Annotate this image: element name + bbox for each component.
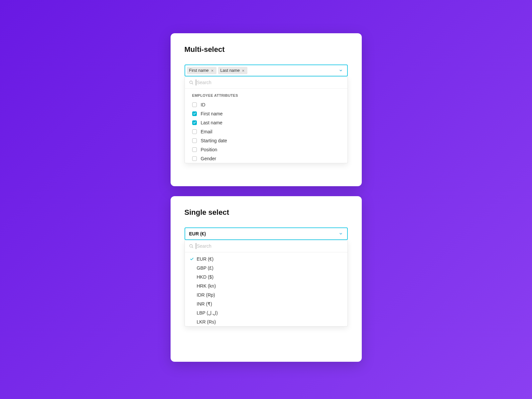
single-select-card: Single select EUR (€) EUR (€)GBP (£)HKD …: [171, 196, 362, 362]
option-label: EUR (€): [197, 256, 214, 262]
checkbox[interactable]: [192, 156, 197, 161]
option-label: GBP (£): [197, 265, 213, 271]
chip-label: First name: [189, 68, 209, 73]
single-option-row[interactable]: IDR (Rp): [185, 290, 347, 299]
multi-select-dropdown: EMPLOYEE ATTRIBUTES IDFirst nameLast nam…: [185, 76, 348, 163]
option-group-header: EMPLOYEE ATTRIBUTES: [185, 89, 347, 100]
single-option-row[interactable]: EUR (€): [185, 254, 347, 263]
single-option-row[interactable]: HKD ($): [185, 272, 347, 281]
selected-chips: First nameLast name: [187, 67, 247, 74]
multi-option-row[interactable]: Starting date: [185, 136, 347, 145]
multi-select-title: Multi-select: [185, 45, 348, 54]
option-label: First name: [201, 111, 223, 116]
search-row: [185, 240, 347, 252]
multi-select-card: Multi-select First nameLast name EMPLOYE…: [171, 33, 362, 186]
check-icon: [190, 266, 194, 270]
close-icon[interactable]: [211, 69, 214, 72]
check-icon: [190, 302, 194, 306]
check-icon: [190, 293, 194, 297]
checkbox[interactable]: [192, 102, 197, 107]
single-select-search-input[interactable]: [196, 243, 343, 249]
chip-label: Last name: [220, 68, 240, 73]
multi-select-container: First nameLast name EMPLOYEE ATTRIBUTES …: [185, 65, 348, 76]
check-icon: [190, 284, 194, 288]
option-label: IDR (Rp): [197, 292, 215, 298]
multi-select-options: EMPLOYEE ATTRIBUTES IDFirst nameLast nam…: [185, 89, 347, 163]
option-label: Email: [201, 129, 212, 134]
single-select-value: EUR (€): [189, 231, 206, 236]
option-label: Gender: [201, 156, 216, 161]
search-icon: [189, 80, 194, 85]
single-select-container: EUR (€) EUR (€)GBP (£)HKD ($)HRK (kn)IDR…: [185, 227, 348, 240]
option-label: HRK (kn): [197, 283, 216, 289]
check-icon: [190, 311, 194, 315]
option-label: LBP (ل.ل): [197, 310, 218, 316]
selected-chip: First name: [187, 67, 216, 74]
check-icon: [190, 275, 194, 279]
option-label: Last name: [201, 120, 222, 125]
multi-option-row[interactable]: Last name: [185, 118, 347, 127]
single-select-title: Single select: [185, 208, 348, 217]
check-icon: [190, 257, 194, 261]
search-icon: [189, 244, 194, 249]
multi-option-row[interactable]: First name: [185, 109, 347, 118]
check-icon: [190, 320, 194, 324]
multi-option-row[interactable]: Gender: [185, 154, 347, 163]
svg-line-7: [192, 247, 193, 248]
option-label: Position: [201, 147, 217, 152]
checkbox[interactable]: [192, 138, 197, 143]
checkbox[interactable]: [192, 129, 197, 134]
single-option-row[interactable]: GBP (£): [185, 263, 347, 272]
single-select-input[interactable]: EUR (€): [185, 227, 348, 240]
option-label: LKR (Rs): [197, 319, 216, 325]
multi-option-row[interactable]: Email: [185, 127, 347, 136]
chevron-down-icon[interactable]: [338, 231, 344, 237]
option-label: HKD ($): [197, 274, 214, 280]
chevron-down-icon[interactable]: [338, 67, 344, 73]
selected-chip: Last name: [218, 67, 247, 74]
multi-select-input[interactable]: First nameLast name: [185, 65, 348, 76]
checkbox[interactable]: [192, 111, 197, 116]
close-icon[interactable]: [242, 69, 245, 72]
single-option-row[interactable]: LKR (Rs): [185, 317, 347, 326]
svg-point-6: [190, 244, 192, 247]
svg-point-4: [190, 81, 192, 83]
single-option-row[interactable]: LBP (ل.ل): [185, 308, 347, 317]
single-select-options: EUR (€)GBP (£)HKD ($)HRK (kn)IDR (Rp)INR…: [185, 252, 347, 326]
multi-select-search-input[interactable]: [196, 79, 343, 85]
option-label: Starting date: [201, 138, 227, 143]
single-option-row[interactable]: HRK (kn): [185, 281, 347, 290]
checkbox[interactable]: [192, 120, 197, 125]
search-row: [185, 76, 347, 89]
option-label: ID: [201, 102, 205, 107]
multi-option-row[interactable]: Position: [185, 145, 347, 154]
multi-option-row[interactable]: ID: [185, 100, 347, 109]
svg-line-5: [192, 83, 193, 84]
option-label: INR (₹): [197, 301, 212, 307]
single-select-dropdown: EUR (€)GBP (£)HKD ($)HRK (kn)IDR (Rp)INR…: [185, 240, 348, 327]
single-option-row[interactable]: INR (₹): [185, 299, 347, 308]
checkbox[interactable]: [192, 147, 197, 152]
